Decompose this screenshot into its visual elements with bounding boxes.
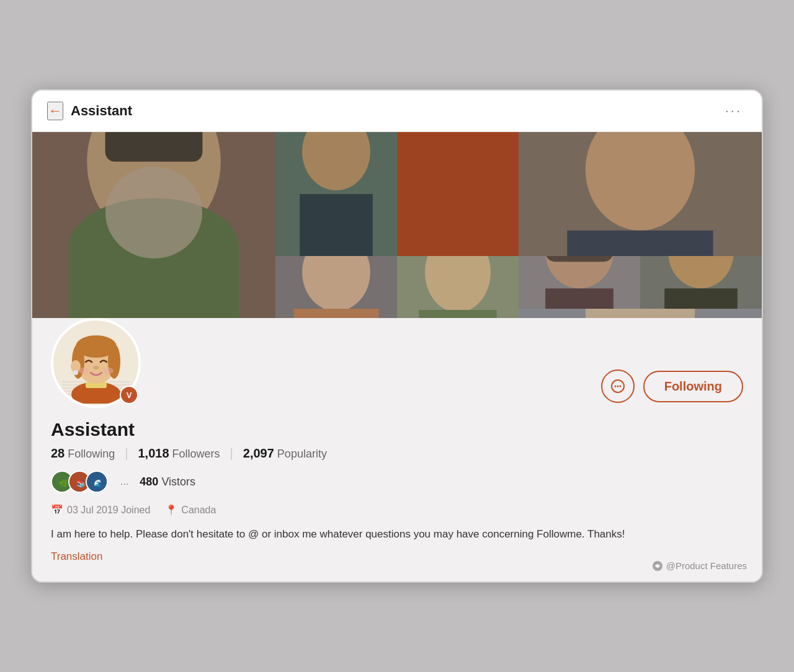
svg-rect-24 <box>664 289 738 309</box>
svg-rect-2 <box>105 132 203 162</box>
svg-rect-8 <box>300 194 373 256</box>
profile-actions: Following <box>601 369 743 403</box>
watermark: @Product Features <box>652 560 747 572</box>
banner-face-3 <box>519 132 762 256</box>
calendar-icon: 📅 <box>51 504 63 516</box>
location-icon: 📍 <box>165 504 177 516</box>
svg-rect-21 <box>545 289 613 309</box>
svg-text:🌿: 🌿 <box>59 479 68 488</box>
banner-photo-3 <box>519 132 762 256</box>
stat-popularity: 2,097 Popularity <box>243 446 327 461</box>
popularity-count: 2,097 <box>243 446 274 461</box>
svg-point-46 <box>93 366 99 369</box>
phone-frame: ← Assistant ··· <box>31 89 763 582</box>
translation-link[interactable]: Translation <box>51 550 102 562</box>
stat-divider-2: | <box>230 446 233 461</box>
joined-date: 03 Jul 2019 Joined <box>67 505 150 516</box>
watermark-text: @Product Features <box>666 560 747 571</box>
svg-text:📚: 📚 <box>76 479 86 488</box>
visitor-count: 480 Vistors <box>140 475 195 489</box>
banner-face-2 <box>275 132 397 256</box>
more-button[interactable]: ··· <box>720 100 747 122</box>
profile-section: V Following Assistant 28 <box>32 318 762 581</box>
svg-text:🌊: 🌊 <box>94 479 103 488</box>
profile-name: Assistant <box>51 419 743 440</box>
svg-point-45 <box>73 370 78 375</box>
avatar-wrapper: V <box>51 318 141 408</box>
banner-orange-1 <box>397 132 519 256</box>
watermark-icon <box>652 560 663 572</box>
profile-stats: 28 Following | 1,018 Followers | 2,097 P… <box>51 446 743 461</box>
stat-divider-1: | <box>125 446 128 461</box>
message-icon <box>610 379 625 394</box>
header-left: ← Assistant <box>47 102 132 120</box>
following-count: 28 <box>51 446 65 461</box>
visitor-dots: ... <box>120 476 128 487</box>
meta-row: 📅 03 Jul 2019 Joined 📍 Canada <box>51 504 743 516</box>
visitor-avatar-3: 🌊 <box>86 471 108 493</box>
message-button[interactable] <box>601 369 635 403</box>
followers-count: 1,018 <box>138 446 169 461</box>
followers-label: Followers <box>172 448 220 461</box>
following-label: Following <box>68 448 115 461</box>
visitor-avatars: 🌿 📚 🌊 <box>51 471 103 493</box>
svg-rect-20 <box>545 256 613 262</box>
visitor-number: 480 <box>140 475 158 488</box>
bio-text: I am here to help. Please don't hesitate… <box>51 526 743 542</box>
banner-photo-2 <box>275 132 397 256</box>
back-button[interactable]: ← <box>47 102 63 120</box>
svg-point-51 <box>617 386 618 387</box>
visitors-row: 🌿 📚 🌊 ... 480 Vistors <box>51 471 743 493</box>
header: ← Assistant ··· <box>32 91 762 132</box>
popularity-label: Popularity <box>277 448 327 461</box>
meta-joined: 📅 03 Jul 2019 Joined <box>51 504 150 516</box>
stat-followers: 1,018 Followers <box>138 446 220 461</box>
banner-photo-7 <box>640 256 762 309</box>
banner-color-block-1 <box>397 132 519 256</box>
svg-point-47 <box>79 368 89 374</box>
page-title: Assistant <box>71 103 132 119</box>
meta-location: 📍 Canada <box>165 504 216 516</box>
visitor-label: Vistors <box>161 475 195 488</box>
verified-badge: V <box>120 386 138 404</box>
svg-point-48 <box>104 368 114 374</box>
location-text: Canada <box>181 505 216 516</box>
following-button[interactable]: Following <box>643 371 743 402</box>
stat-following: 28 Following <box>51 446 115 461</box>
svg-point-50 <box>614 386 616 387</box>
svg-point-52 <box>619 386 621 387</box>
profile-avatar-row: V Following <box>51 318 743 408</box>
banner-photo-6 <box>519 256 640 309</box>
svg-rect-11 <box>567 231 713 256</box>
